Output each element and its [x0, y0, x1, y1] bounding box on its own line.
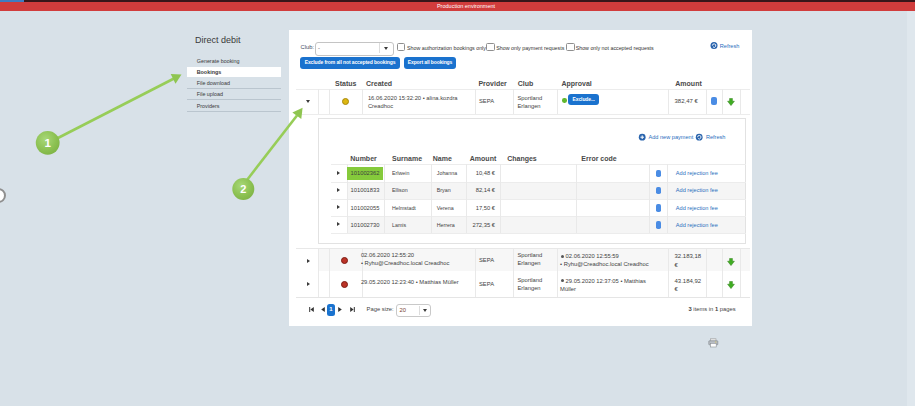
svg-text:1: 1 — [44, 137, 51, 149]
svg-text:2: 2 — [240, 183, 246, 195]
